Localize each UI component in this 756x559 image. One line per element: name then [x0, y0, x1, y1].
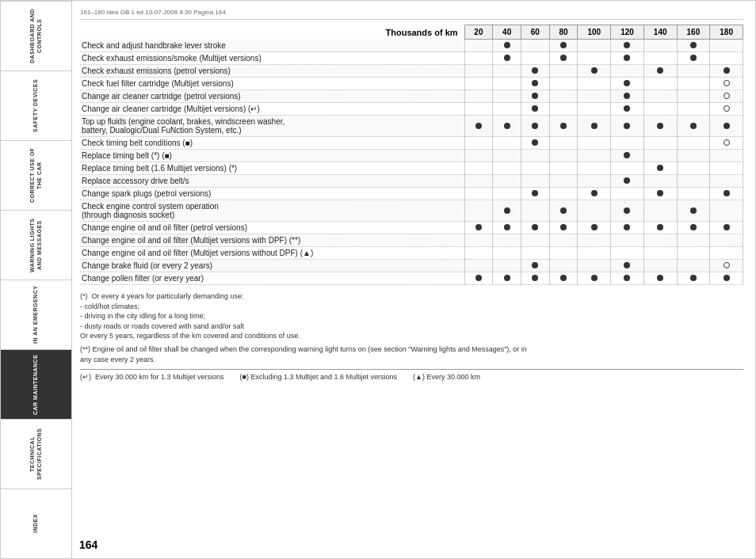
km-cell: [578, 247, 611, 260]
row-desc: Change pollen filter (or every year): [80, 272, 464, 285]
col-100: 100: [578, 25, 611, 40]
km-cell: [493, 137, 521, 150]
table-row: Check and adjust handbrake lever stroke: [80, 40, 743, 52]
km-cell: [611, 162, 644, 175]
row-desc: Check timing belt conditions (■): [80, 137, 464, 150]
sidebar-item[interactable]: INDEX: [1, 489, 71, 558]
bullet-filled: [624, 152, 630, 158]
km-cell: [521, 137, 550, 150]
km-cell: [677, 103, 710, 116]
bullet-filled: [690, 123, 697, 129]
km-cell: [643, 234, 677, 247]
km-cell: [578, 150, 611, 162]
bullet-filled: [504, 123, 510, 129]
km-cell: [493, 103, 521, 116]
km-cell: [549, 90, 578, 103]
km-cell: [611, 103, 644, 116]
km-cell: [493, 200, 521, 222]
bullet-filled: [504, 207, 510, 214]
km-cell: [710, 65, 743, 78]
km-cell: [643, 52, 677, 65]
bullet-empty: [724, 139, 730, 146]
sidebar-item[interactable]: IN AN EMERGENCY: [1, 280, 71, 349]
bullet-filled: [724, 190, 730, 196]
km-cell: [611, 40, 644, 52]
km-cell: [710, 272, 743, 285]
km-cell: [611, 247, 644, 260]
km-cell: [464, 272, 493, 285]
km-cell: [521, 40, 550, 52]
bullet-filled: [532, 224, 538, 230]
bullet-filled: [532, 190, 538, 196]
km-cell: [710, 222, 743, 234]
km-cell: [549, 272, 578, 285]
km-cell: [464, 78, 493, 90]
sidebar-item[interactable]: SAFETY DEVICES: [1, 70, 71, 140]
bullet-filled: [724, 123, 730, 129]
km-cell: [521, 188, 550, 200]
km-cell: [643, 90, 677, 103]
sidebar-item[interactable]: CAR MAINTENANCE: [1, 349, 71, 419]
km-cell: [549, 188, 578, 200]
km-cell: [493, 162, 521, 175]
km-cell: [643, 116, 677, 137]
km-cell: [611, 272, 644, 285]
km-cell: [493, 90, 521, 103]
km-cell: [493, 78, 521, 90]
col-40: 40: [493, 25, 521, 40]
km-cell: [643, 137, 677, 150]
bullet-empty: [724, 105, 730, 112]
km-cell: [464, 175, 493, 188]
footnote-star: (*) Or every 4 years for particularly de…: [80, 291, 743, 341]
main-content: 161–180 idea GB 1 ed 10-07-2008 8:30 Pag…: [72, 1, 755, 558]
page-wrapper: DASHBOARD AND CONTROLSSAFETY DEVICESCORR…: [0, 0, 756, 559]
sidebar-item[interactable]: WARNING LIGHTS AND MESSAGES: [1, 210, 71, 280]
km-cell: [549, 234, 578, 247]
km-cell: [578, 188, 611, 200]
row-desc: Check engine control system operation(th…: [80, 200, 464, 222]
km-cell: [578, 260, 611, 272]
km-cell: [611, 188, 644, 200]
km-cell: [677, 78, 710, 90]
bullet-filled: [560, 55, 567, 61]
km-cell: [643, 78, 677, 90]
km-cell: [464, 260, 493, 272]
row-desc: Change engine oil and oil filter (Multij…: [80, 247, 464, 260]
sidebar-item[interactable]: CORRECT USE OF THE CAR: [1, 140, 71, 210]
bullet-filled: [624, 262, 630, 268]
km-cell: [578, 65, 611, 78]
table-row: Change pollen filter (or every year): [80, 272, 743, 285]
km-cell: [549, 247, 578, 260]
km-cell: [710, 116, 743, 137]
km-cell: [611, 90, 644, 103]
km-cell: [611, 116, 644, 137]
footer-symbol: (■) Excluding 1.3 Multijet and 1.6 Multi…: [240, 373, 398, 381]
km-cell: [578, 52, 611, 65]
bullet-filled: [475, 123, 482, 129]
km-cell: [521, 150, 550, 162]
km-cell: [643, 40, 677, 52]
km-cell: [677, 222, 710, 234]
km-cell: [493, 260, 521, 272]
table-row: Top up fluids (engine coolant, brakes, w…: [80, 116, 743, 137]
row-desc: Check exhaust emissions (petrol versions…: [80, 65, 464, 78]
bullet-filled: [475, 224, 482, 230]
row-desc: Change brake fluid (or every 2 years): [80, 260, 464, 272]
bullet-filled: [657, 190, 663, 196]
km-cell: [549, 222, 578, 234]
footer-symbol: (↵) Every 30.000 km for 1.3 Multijet ver…: [80, 373, 224, 381]
sidebar-item[interactable]: TECHNICAL SPECIFICATIONS: [1, 419, 71, 489]
km-cell: [549, 137, 578, 150]
sidebar-item[interactable]: DASHBOARD AND CONTROLS: [1, 1, 71, 70]
bullet-filled: [532, 262, 538, 268]
km-cell: [643, 222, 677, 234]
km-cell: [493, 40, 521, 52]
bullet-filled: [657, 224, 663, 230]
km-cell: [677, 137, 710, 150]
km-cell: [549, 65, 578, 78]
km-cell: [578, 222, 611, 234]
km-cell: [464, 247, 493, 260]
col-120: 120: [611, 25, 644, 40]
km-cell: [493, 175, 521, 188]
km-cell: [549, 150, 578, 162]
